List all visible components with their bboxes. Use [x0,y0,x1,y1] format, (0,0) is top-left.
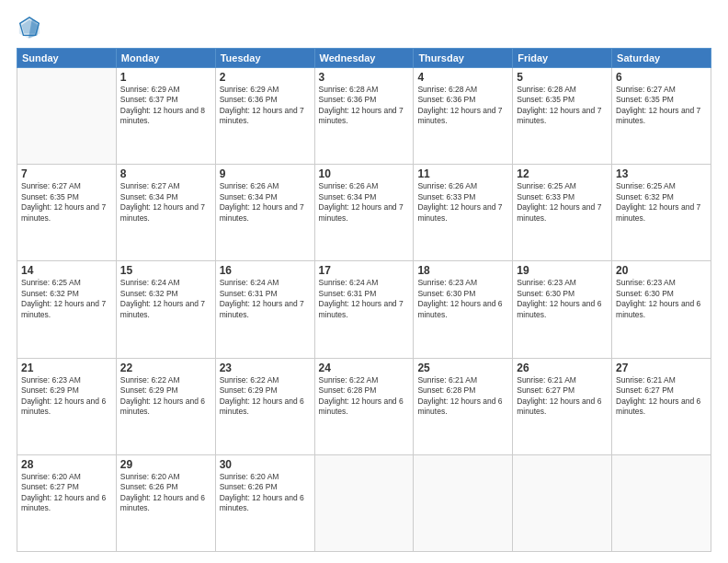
calendar-cell: 9 Sunrise: 6:26 AM Sunset: 6:34 PM Dayli… [215,165,314,261]
cell-info: Sunrise: 6:28 AM Sunset: 6:36 PM Dayligh… [417,85,508,127]
day-number: 21 [21,362,112,374]
cell-info: Sunrise: 6:27 AM Sunset: 6:34 PM Dayligh… [120,181,211,224]
cell-info: Sunrise: 6:24 AM Sunset: 6:32 PM Dayligh… [120,278,211,320]
cell-info: Sunrise: 6:26 AM Sunset: 6:34 PM Dayligh… [319,181,410,224]
day-number: 2 [220,71,311,84]
cell-info: Sunrise: 6:26 AM Sunset: 6:33 PM Dayligh… [417,181,508,224]
logo [17,15,46,40]
calendar-table: SundayMondayTuesdayWednesdayThursdayFrid… [17,48,711,552]
cell-info: Sunrise: 6:25 AM Sunset: 6:33 PM Dayligh… [517,181,608,224]
cell-info: Sunrise: 6:23 AM Sunset: 6:30 PM Dayligh… [616,278,707,320]
calendar-cell: 30 Sunrise: 6:20 AM Sunset: 6:26 PM Dayl… [215,454,314,551]
day-number: 27 [616,362,707,374]
calendar-cell: 23 Sunrise: 6:22 AM Sunset: 6:29 PM Dayl… [215,358,314,454]
week-row-5: 28 Sunrise: 6:20 AM Sunset: 6:27 PM Dayl… [17,454,711,551]
cell-info: Sunrise: 6:23 AM Sunset: 6:30 PM Dayligh… [517,278,608,320]
calendar-cell: 15 Sunrise: 6:24 AM Sunset: 6:32 PM Dayl… [116,261,215,358]
calendar-cell: 20 Sunrise: 6:23 AM Sunset: 6:30 PM Dayl… [612,261,711,358]
cell-info: Sunrise: 6:29 AM Sunset: 6:37 PM Dayligh… [120,85,211,127]
calendar-cell: 22 Sunrise: 6:22 AM Sunset: 6:29 PM Dayl… [116,358,215,454]
cell-info: Sunrise: 6:25 AM Sunset: 6:32 PM Dayligh… [616,181,707,224]
cell-info: Sunrise: 6:27 AM Sunset: 6:35 PM Dayligh… [616,85,707,127]
week-row-4: 21 Sunrise: 6:23 AM Sunset: 6:29 PM Dayl… [17,358,711,454]
calendar-cell [17,68,117,165]
week-row-1: 1 Sunrise: 6:29 AM Sunset: 6:37 PM Dayli… [17,68,711,165]
calendar-cell: 14 Sunrise: 6:25 AM Sunset: 6:32 PM Dayl… [17,261,117,358]
day-number: 17 [319,264,410,277]
day-number: 10 [319,167,410,180]
calendar-cell: 28 Sunrise: 6:20 AM Sunset: 6:27 PM Dayl… [17,454,117,551]
calendar-cell: 21 Sunrise: 6:23 AM Sunset: 6:29 PM Dayl… [17,358,117,454]
calendar-cell: 12 Sunrise: 6:25 AM Sunset: 6:33 PM Dayl… [513,165,612,261]
weekday-tuesday: Tuesday [215,49,314,68]
weekday-header-row: SundayMondayTuesdayWednesdayThursdayFrid… [17,49,711,68]
logo-icon [17,15,42,40]
cell-info: Sunrise: 6:20 AM Sunset: 6:26 PM Dayligh… [220,472,311,514]
day-number: 20 [616,264,707,277]
day-number: 18 [417,264,508,277]
day-number: 26 [517,362,608,374]
day-number: 23 [220,362,311,374]
day-number: 1 [120,71,211,84]
calendar-cell: 25 Sunrise: 6:21 AM Sunset: 6:28 PM Dayl… [414,358,513,454]
calendar-cell: 7 Sunrise: 6:27 AM Sunset: 6:35 PM Dayli… [17,165,117,261]
calendar-cell [513,454,612,551]
day-number: 25 [417,362,508,374]
day-number: 7 [21,167,112,180]
cell-info: Sunrise: 6:20 AM Sunset: 6:26 PM Dayligh… [120,472,211,514]
calendar-cell: 26 Sunrise: 6:21 AM Sunset: 6:27 PM Dayl… [513,358,612,454]
day-number: 6 [616,71,707,84]
cell-info: Sunrise: 6:22 AM Sunset: 6:28 PM Dayligh… [319,375,410,418]
weekday-friday: Friday [513,49,612,68]
calendar-cell: 8 Sunrise: 6:27 AM Sunset: 6:34 PM Dayli… [116,165,215,261]
cell-info: Sunrise: 6:29 AM Sunset: 6:36 PM Dayligh… [220,85,311,127]
day-number: 8 [120,167,211,180]
cell-info: Sunrise: 6:28 AM Sunset: 6:35 PM Dayligh… [517,85,608,127]
cell-info: Sunrise: 6:27 AM Sunset: 6:35 PM Dayligh… [21,181,112,224]
cell-info: Sunrise: 6:21 AM Sunset: 6:27 PM Dayligh… [616,375,707,418]
calendar-cell: 27 Sunrise: 6:21 AM Sunset: 6:27 PM Dayl… [612,358,711,454]
day-number: 5 [517,71,608,84]
cell-info: Sunrise: 6:26 AM Sunset: 6:34 PM Dayligh… [220,181,311,224]
day-number: 28 [21,458,112,471]
cell-info: Sunrise: 6:24 AM Sunset: 6:31 PM Dayligh… [220,278,311,320]
day-number: 24 [319,362,410,374]
calendar-cell [314,454,414,551]
day-number: 12 [517,167,608,180]
cell-info: Sunrise: 6:25 AM Sunset: 6:32 PM Dayligh… [21,278,112,320]
day-number: 11 [417,167,508,180]
calendar-cell: 19 Sunrise: 6:23 AM Sunset: 6:30 PM Dayl… [513,261,612,358]
day-number: 3 [319,71,410,84]
cell-info: Sunrise: 6:20 AM Sunset: 6:27 PM Dayligh… [21,472,112,514]
calendar-cell: 3 Sunrise: 6:28 AM Sunset: 6:36 PM Dayli… [314,68,414,165]
day-number: 15 [120,264,211,277]
cell-info: Sunrise: 6:24 AM Sunset: 6:31 PM Dayligh… [319,278,410,320]
calendar-cell [414,454,513,551]
day-number: 16 [220,264,311,277]
cell-info: Sunrise: 6:21 AM Sunset: 6:27 PM Dayligh… [517,375,608,418]
weekday-wednesday: Wednesday [314,49,414,68]
weekday-sunday: Sunday [17,49,117,68]
calendar-cell: 10 Sunrise: 6:26 AM Sunset: 6:34 PM Dayl… [314,165,414,261]
calendar-cell: 29 Sunrise: 6:20 AM Sunset: 6:26 PM Dayl… [116,454,215,551]
header [17,15,711,40]
page: SundayMondayTuesdayWednesdayThursdayFrid… [0,0,728,563]
day-number: 29 [120,458,211,471]
weekday-saturday: Saturday [612,49,711,68]
cell-info: Sunrise: 6:23 AM Sunset: 6:30 PM Dayligh… [417,278,508,320]
week-row-2: 7 Sunrise: 6:27 AM Sunset: 6:35 PM Dayli… [17,165,711,261]
cell-info: Sunrise: 6:22 AM Sunset: 6:29 PM Dayligh… [220,375,311,418]
cell-info: Sunrise: 6:21 AM Sunset: 6:28 PM Dayligh… [417,375,508,418]
calendar-cell: 13 Sunrise: 6:25 AM Sunset: 6:32 PM Dayl… [612,165,711,261]
day-number: 22 [120,362,211,374]
day-number: 19 [517,264,608,277]
weekday-monday: Monday [116,49,215,68]
cell-info: Sunrise: 6:28 AM Sunset: 6:36 PM Dayligh… [319,85,410,127]
day-number: 13 [616,167,707,180]
calendar-cell: 17 Sunrise: 6:24 AM Sunset: 6:31 PM Dayl… [314,261,414,358]
week-row-3: 14 Sunrise: 6:25 AM Sunset: 6:32 PM Dayl… [17,261,711,358]
calendar-cell: 5 Sunrise: 6:28 AM Sunset: 6:35 PM Dayli… [513,68,612,165]
calendar-cell: 18 Sunrise: 6:23 AM Sunset: 6:30 PM Dayl… [414,261,513,358]
calendar-cell: 1 Sunrise: 6:29 AM Sunset: 6:37 PM Dayli… [116,68,215,165]
calendar-cell: 16 Sunrise: 6:24 AM Sunset: 6:31 PM Dayl… [215,261,314,358]
